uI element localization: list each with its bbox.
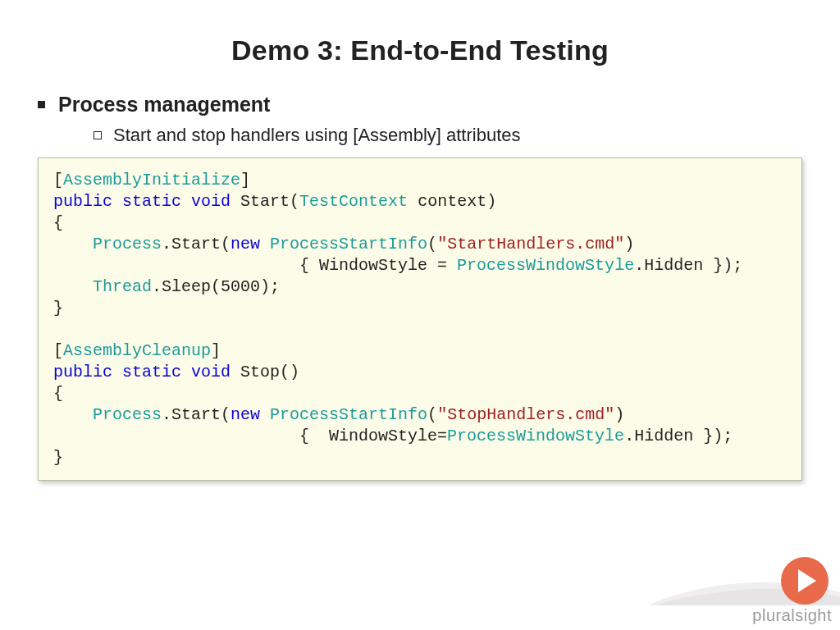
code-token: .Start( (162, 405, 231, 424)
code-token: .Hidden }); (634, 256, 742, 275)
code-token: "StopHandlers.cmd" (437, 405, 614, 424)
code-token: AssemblyInitialize (63, 171, 240, 189)
code-token: void (191, 192, 231, 211)
code-token: new (231, 405, 260, 424)
code-token (112, 192, 122, 211)
bullet-level-1: Process management (38, 93, 802, 116)
code-token: { WindowStyle = (53, 256, 457, 275)
code-token: } (53, 448, 63, 467)
code-token: .Start( (162, 235, 231, 253)
code-token: .Hidden }); (624, 427, 733, 445)
code-token: public (53, 192, 112, 211)
code-token (53, 277, 93, 296)
code-token: static (122, 363, 181, 381)
brand-name: pluralsight (752, 606, 832, 625)
code-token: ProcessStartInfo (270, 235, 427, 253)
code-token: AssemblyCleanup (63, 341, 211, 360)
code-token: new (231, 235, 260, 253)
slide-title: Demo 3: End-to-End Testing (0, 0, 840, 66)
slide-body: Process management Start and stop handle… (0, 66, 840, 481)
play-triangle-icon (798, 569, 816, 592)
code-token: ProcessWindowStyle (447, 427, 624, 445)
code-token: ) (614, 405, 624, 424)
code-token (181, 192, 191, 211)
bullet-l1-text: Process management (58, 93, 270, 116)
code-token: Thread (93, 277, 152, 296)
code-token: .Sleep(5000); (152, 277, 280, 296)
code-token: ProcessStartInfo (270, 405, 427, 424)
code-token (260, 235, 270, 253)
bullet-l2-text: Start and stop handlers using [Assembly]… (113, 125, 520, 146)
code-token: "StartHandlers.cmd" (437, 235, 624, 253)
code-token: ] (211, 341, 221, 360)
bullet-level-2: Start and stop handlers using [Assembly]… (94, 125, 802, 146)
square-outline-bullet-icon (94, 131, 102, 139)
code-token: { (53, 213, 63, 232)
code-token: ) (624, 235, 634, 253)
code-token: { (53, 384, 63, 403)
code-token: void (191, 363, 231, 381)
code-token: } (53, 299, 63, 317)
code-token (53, 235, 93, 253)
code-token: Stop() (231, 363, 299, 381)
code-token: ] (240, 171, 250, 189)
code-token (260, 405, 270, 424)
brand-logo: pluralsight (752, 557, 832, 625)
code-token: ( (427, 405, 437, 424)
code-token: static (122, 192, 181, 211)
code-token: ( (427, 235, 437, 253)
code-token: context) (408, 192, 496, 211)
code-token (53, 405, 93, 424)
code-block: [AssemblyInitialize] public static void … (38, 158, 802, 481)
code-token: { WindowStyle= (53, 427, 447, 445)
code-token: Process (93, 235, 162, 253)
code-token: TestContext (299, 192, 408, 211)
play-circle-icon (781, 557, 829, 605)
code-token: ProcessWindowStyle (457, 256, 634, 275)
code-token (181, 363, 191, 381)
code-token: Process (93, 405, 162, 424)
code-token (112, 363, 122, 381)
code-token: [ (53, 171, 63, 189)
slide: Demo 3: End-to-End Testing Process manag… (0, 0, 840, 630)
code-token: public (53, 363, 112, 381)
code-token: [ (53, 341, 63, 360)
square-bullet-icon (38, 101, 45, 108)
code-token: Start( (231, 192, 299, 211)
